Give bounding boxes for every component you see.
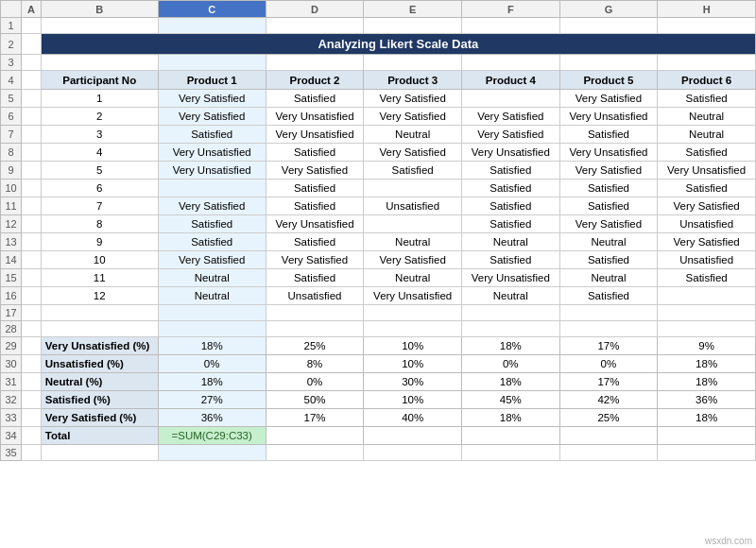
table-row: 11 7 Very Satisfied Satisfied Unsatisfie… bbox=[1, 197, 756, 215]
stats-total-row: 34 Total =SUM(C29:C33) bbox=[1, 427, 756, 445]
row-num-1: 1 bbox=[1, 18, 22, 34]
header-product5: Product 5 bbox=[559, 71, 658, 90]
watermark: wsxdn.com bbox=[705, 536, 752, 546]
table-row: 13 9 Satisfied Satisfied Neutral Neutral… bbox=[1, 233, 756, 251]
table-row: 10 6 Satisfied Satisfied Satisfied Satis… bbox=[1, 180, 756, 197]
table-row: 12 8 Satisfied Very Unsatisfied Satisfie… bbox=[1, 215, 756, 233]
header-product3: Product 3 bbox=[364, 71, 462, 90]
title-cell: Analyzing Likert Scale Data bbox=[41, 34, 755, 55]
table-row: 8 4 Very Unsatisfied Satisfied Very Sati… bbox=[1, 144, 756, 162]
stats-row-1: 30 Unsatisfied (%) 0% 8% 10% 0% 0% 18% bbox=[1, 355, 756, 373]
col-d-header: D bbox=[266, 1, 364, 18]
table-row: 7 3 Satisfied Very Unsatisfied Neutral V… bbox=[1, 126, 756, 144]
stats-row-4: 33 Very Satisfied (%) 36% 17% 40% 18% 25… bbox=[1, 409, 756, 427]
col-a-header: A bbox=[22, 1, 42, 18]
table-row: 5 1 Very Satisfied Satisfied Very Satisf… bbox=[1, 90, 756, 108]
row-num-2: 2 bbox=[1, 34, 22, 55]
header-product1: Product 1 bbox=[158, 71, 266, 90]
row-num-3: 3 bbox=[1, 55, 22, 71]
col-f-header: F bbox=[461, 1, 559, 18]
spreadsheet: A B C D E F G H 1 bbox=[0, 0, 756, 548]
header-product2: Product 2 bbox=[266, 71, 364, 90]
stats-row-0: 29 Very Unsatisfied (%) 18% 25% 10% 18% … bbox=[1, 337, 756, 355]
row-3: 3 bbox=[1, 55, 756, 71]
table-row: 16 12 Neutral Unsatisfied Very Unsatisfi… bbox=[1, 287, 756, 305]
col-h-header: H bbox=[658, 1, 756, 18]
table-row: 6 2 Very Satisfied Very Unsatisfied Very… bbox=[1, 108, 756, 126]
stats-row-2: 31 Neutral (%) 18% 0% 30% 18% 17% 18% bbox=[1, 373, 756, 391]
table-row: 15 11 Neutral Satisfied Neutral Very Uns… bbox=[1, 269, 756, 287]
col-b-header: B bbox=[41, 1, 158, 18]
header-participant: Participant No bbox=[41, 71, 158, 90]
stats-row-3: 32 Satisfied (%) 27% 50% 10% 45% 42% 36% bbox=[1, 391, 756, 409]
title-row: 2 Analyzing Likert Scale Data bbox=[1, 34, 756, 55]
header-row: 4 Participant No Product 1 Product 2 Pro… bbox=[1, 71, 756, 90]
col-e-header: E bbox=[364, 1, 462, 18]
col-g-header: G bbox=[559, 1, 658, 18]
empty-rows-gap: 28 bbox=[1, 321, 756, 337]
header-product4: Product 4 bbox=[461, 71, 559, 90]
table-row: 14 10 Very Satisfied Very Satisfied Very… bbox=[1, 251, 756, 269]
row-num-4: 4 bbox=[1, 71, 22, 90]
col-header-row: A B C D E F G H bbox=[1, 1, 756, 18]
col-c-header: C bbox=[158, 1, 266, 18]
header-product6: Product 6 bbox=[658, 71, 756, 90]
table-row: 9 5 Very Unsatisfied Very Satisfied Sati… bbox=[1, 162, 756, 180]
empty-row-17: 17 bbox=[1, 305, 756, 321]
row-1: 1 bbox=[1, 18, 756, 34]
empty-row-35: 35 bbox=[1, 445, 756, 461]
